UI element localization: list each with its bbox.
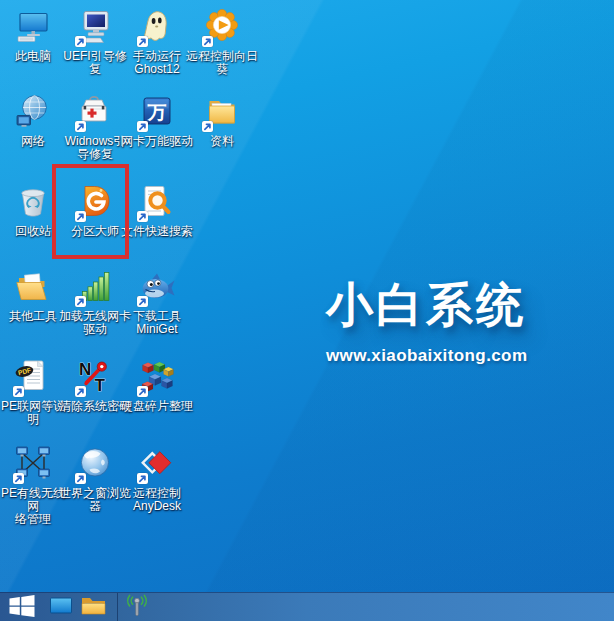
shortcut-arrow-icon bbox=[75, 211, 86, 222]
start-button[interactable] bbox=[0, 593, 44, 621]
desktop-icon-nic-universal-driver[interactable]: 万网卡万能驱动 bbox=[120, 93, 194, 148]
uefi-computer-icon bbox=[76, 8, 114, 46]
desktop-icon-label: 手动运行 Ghost12 bbox=[133, 50, 181, 76]
shortcut-arrow-icon bbox=[75, 296, 86, 307]
shortcut-arrow-icon bbox=[75, 36, 86, 47]
svg-text:N: N bbox=[79, 360, 91, 379]
wireless-antenna-icon bbox=[124, 594, 150, 621]
shortcut-arrow-icon bbox=[75, 121, 86, 132]
desktop-icon-label: 硬盘碎片整理 bbox=[121, 400, 193, 413]
desktop-icon-anydesk-remote[interactable]: 远程控制 AnyDesk bbox=[120, 445, 194, 513]
show-desktop-button[interactable] bbox=[44, 593, 77, 621]
shortcut-arrow-icon bbox=[137, 121, 148, 132]
desktop-icon bbox=[49, 596, 73, 619]
brand-watermark: 小白系统 www.xiaobaixitong.com bbox=[326, 274, 527, 366]
folder-icon bbox=[81, 595, 106, 619]
shortcut-arrow-icon bbox=[202, 36, 213, 47]
desktop-icon-label: 远程控制 AnyDesk bbox=[133, 487, 181, 513]
wan-driver-icon: 万 bbox=[138, 93, 176, 131]
desktop-icon-label: 资料 bbox=[210, 135, 234, 148]
svg-text:T: T bbox=[95, 376, 106, 395]
desktop-icon-data-folder[interactable]: 资料 bbox=[185, 93, 259, 148]
brand-url: www.xiaobaixitong.com bbox=[326, 346, 527, 366]
world-globe-icon bbox=[76, 445, 114, 483]
brand-title: 小白系统 bbox=[326, 274, 527, 337]
taskbar bbox=[0, 592, 614, 621]
signal-bars-icon bbox=[76, 268, 114, 306]
desktop-icon-disk-defrag[interactable]: 硬盘碎片整理 bbox=[120, 358, 194, 413]
desktop-icon-label: 其他工具 bbox=[9, 310, 57, 323]
pdf-doc-icon: PDF bbox=[14, 358, 52, 396]
shortcut-arrow-icon bbox=[13, 473, 24, 484]
desktop-icon-file-quick-search[interactable]: 文件快速搜索 bbox=[120, 183, 194, 238]
shortcut-arrow-icon bbox=[137, 386, 148, 397]
shortcut-arrow-icon bbox=[13, 386, 24, 397]
shortcut-arrow-icon bbox=[137, 36, 148, 47]
fish-icon bbox=[138, 268, 176, 306]
desktop-icon-label: 网卡万能驱动 bbox=[121, 135, 193, 148]
desktop-icon-label: 此电脑 bbox=[15, 50, 51, 63]
shortcut-arrow-icon bbox=[75, 386, 86, 397]
desktop-icon-label: 分区大师 bbox=[71, 225, 119, 238]
anydesk-diamond-icon bbox=[138, 445, 176, 483]
shortcut-arrow-icon bbox=[137, 211, 148, 222]
desktop-icon-label: 文件快速搜索 bbox=[121, 225, 193, 238]
shortcut-arrow-icon bbox=[75, 473, 86, 484]
desktop-icon-miniget-download[interactable]: 下载工具 MiniGet bbox=[120, 268, 194, 336]
file-explorer-button[interactable] bbox=[77, 593, 110, 621]
nt-key-icon: NT bbox=[76, 358, 114, 396]
file-search-icon bbox=[138, 183, 176, 221]
shortcut-arrow-icon bbox=[137, 296, 148, 307]
desktop-icon-sunlogin-remote[interactable]: 远程控制向日 葵 bbox=[185, 8, 259, 76]
folder-icon bbox=[203, 93, 241, 131]
windows-logo-icon bbox=[9, 595, 35, 620]
ghost-icon bbox=[138, 8, 176, 46]
desktop-icon-label: 远程控制向日 葵 bbox=[186, 50, 258, 76]
network-globe-icon bbox=[14, 93, 52, 131]
desktop: 小白系统 www.xiaobaixitong.com 此电脑UEFI引导修复手动… bbox=[0, 0, 614, 621]
computer-icon bbox=[14, 8, 52, 46]
open-folder-icon bbox=[14, 268, 52, 306]
diskgenius-icon bbox=[76, 183, 114, 221]
sunflower-icon bbox=[203, 8, 241, 46]
cubes-icon bbox=[138, 358, 176, 396]
desktop-icon-label: Widnows引 导修复 bbox=[65, 135, 126, 161]
network-map-icon bbox=[14, 445, 52, 483]
shortcut-arrow-icon bbox=[202, 121, 213, 132]
toolbox-icon bbox=[76, 93, 114, 131]
recycle-bin-icon bbox=[14, 183, 52, 221]
shortcut-arrow-icon bbox=[137, 473, 148, 484]
desktop-icon-label: 网络 bbox=[21, 135, 45, 148]
desktop-icon-label: 回收站 bbox=[15, 225, 51, 238]
desktop-icon-label: 下载工具 MiniGet bbox=[133, 310, 181, 336]
wireless-network-button[interactable] bbox=[118, 593, 156, 621]
svg-text:万: 万 bbox=[147, 102, 167, 123]
desktop-icon-run-ghost12[interactable]: 手动运行 Ghost12 bbox=[120, 8, 194, 76]
